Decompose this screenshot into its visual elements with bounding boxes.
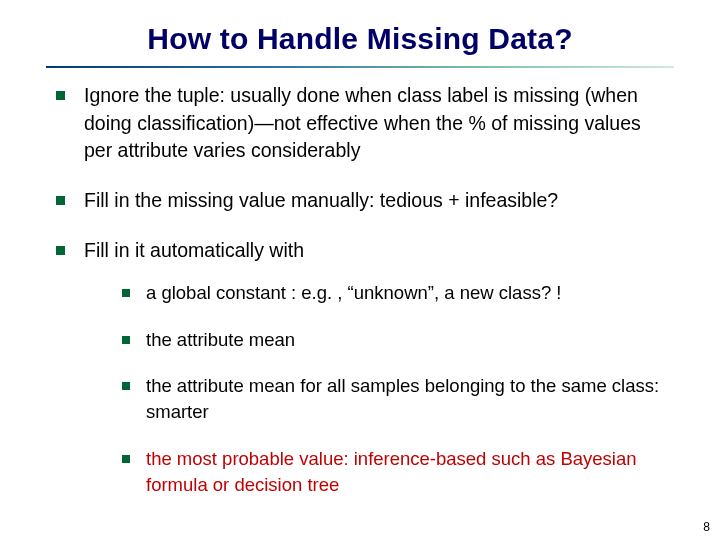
divider	[46, 66, 674, 68]
list-item: the attribute mean	[122, 327, 674, 353]
page-number: 8	[703, 520, 710, 534]
page-title: How to Handle Missing Data?	[0, 0, 720, 66]
sub-bullet-list: a global constant : e.g. , “unknown”, a …	[84, 280, 674, 498]
list-item: a global constant : e.g. , “unknown”, a …	[122, 280, 674, 306]
bullet-text: Fill in it automatically with	[84, 239, 304, 261]
list-item: the most probable value: inference-based…	[122, 446, 674, 499]
list-item: the attribute mean for all samples belon…	[122, 373, 674, 426]
bullet-text: a global constant : e.g. , “unknown”, a …	[146, 282, 561, 303]
bullet-text: the attribute mean for all samples belon…	[146, 375, 659, 422]
bullet-text: Ignore the tuple: usually done when clas…	[84, 84, 641, 161]
bullet-text: Fill in the missing value manually: tedi…	[84, 189, 558, 211]
bullet-text: the attribute mean	[146, 329, 295, 350]
list-item: Fill in the missing value manually: tedi…	[56, 187, 674, 215]
slide: How to Handle Missing Data? Ignore the t…	[0, 0, 720, 540]
bullet-list: Ignore the tuple: usually done when clas…	[0, 82, 720, 498]
list-item: Ignore the tuple: usually done when clas…	[56, 82, 674, 165]
list-item: Fill in it automatically with a global c…	[56, 237, 674, 498]
bullet-text-highlight: the most probable value: inference-based…	[146, 448, 637, 495]
